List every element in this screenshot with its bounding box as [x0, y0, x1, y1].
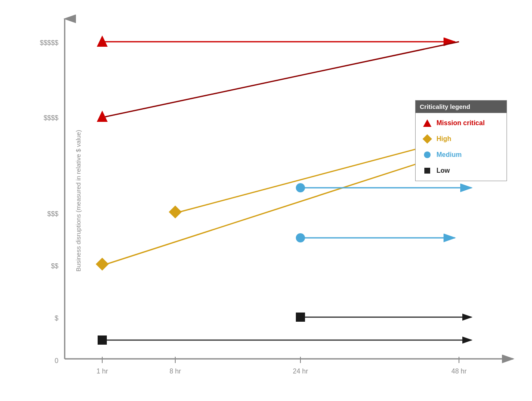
diamond-icon [421, 133, 433, 145]
legend-item-high: High [421, 133, 501, 145]
high-lower-line [106, 150, 459, 264]
x-label-1hr: 1 hr [96, 368, 108, 375]
legend-item-mission-critical: Mission critical [421, 117, 501, 129]
legend-item-low: Low [421, 165, 501, 177]
high-upper-marker [169, 205, 182, 218]
legend-label-low: Low [436, 167, 450, 174]
low-upper-marker [296, 313, 305, 322]
medium-lower-marker [296, 233, 305, 242]
x-label-24hr: 24 hr [293, 368, 308, 375]
y-tick-3: $$$ [47, 210, 58, 217]
legend-label-high: High [436, 135, 451, 143]
main-chart-svg: 0 $ $$ $$$ $$$$ $$$$$ 1 hr 8 hr 24 hr 48… [0, 0, 532, 401]
legend-title: Criticality legend [416, 101, 507, 113]
y-tick-0: 0 [55, 357, 58, 364]
x-label-8hr: 8 hr [169, 368, 181, 375]
circle-icon [421, 149, 433, 161]
triangle-icon [421, 117, 433, 129]
legend-body: Mission critical High Medium Low [416, 113, 507, 181]
x-label-48hr: 48 hr [451, 368, 467, 375]
low-lower-marker [98, 335, 107, 345]
legend-label-medium: Medium [436, 151, 461, 159]
legend-label-mission-critical: Mission critical [436, 119, 485, 127]
y-tick-2: $$ [51, 262, 58, 270]
y-tick-4: $$$$ [43, 114, 58, 121]
mission-critical-lower-line [105, 42, 459, 117]
chart-container: Business disruptions (measured in relati… [0, 0, 532, 401]
square-icon [421, 165, 433, 177]
high-lower-marker [96, 257, 108, 270]
y-tick-1: $ [55, 315, 58, 322]
y-tick-5: $$$$$ [40, 39, 59, 46]
legend-box: Criticality legend Mission critical High… [415, 100, 507, 181]
medium-upper-marker [296, 183, 305, 192]
legend-item-medium: Medium [421, 149, 501, 161]
